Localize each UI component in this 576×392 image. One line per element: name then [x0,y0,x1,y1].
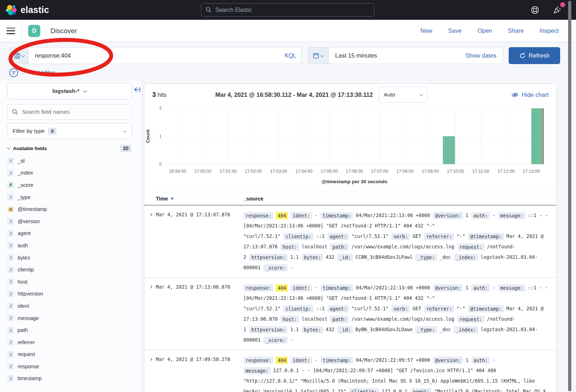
field-item[interactable]: t ident [7,300,131,312]
collapse-sidebar-button[interactable] [133,86,141,95]
field-value: - [315,285,318,290]
field-type-icon: # [7,181,14,188]
field-key-badge: clientip: [283,305,313,312]
field-item[interactable]: t timestamp [7,373,131,385]
save-query-icon [14,53,20,59]
hits-label: hits [157,92,166,98]
open-button[interactable]: Open [477,27,492,34]
notification-dot [560,2,565,7]
field-key-badge: _index: [454,254,478,261]
chevron-down-icon [320,53,324,57]
elastic-logo[interactable]: elastic [5,5,49,15]
field-key-badge: bytes: [302,254,323,261]
show-dates-button[interactable]: Show dates [465,52,496,59]
index-pattern-select[interactable]: logstash-* [7,83,132,99]
field-name: bytes [18,255,30,261]
field-value: 127.0.0.1 [382,389,407,392]
refresh-button[interactable]: Refresh [509,47,560,64]
field-value: /var/www/example.com/logs/access.log [351,244,454,249]
field-key-badge: _score: [264,337,288,344]
svg-text:17:03:00: 17:03:00 [270,169,287,174]
svg-text:0: 0 [159,162,162,167]
search-fields-input[interactable]: Search field names [7,104,132,120]
svg-text:17:02:00: 17:02:00 [245,169,262,174]
field-item[interactable]: t _type [7,191,131,203]
field-key-badge: _type: [415,254,437,261]
field-item[interactable]: t _id [7,155,131,167]
page-title: Discover [50,27,77,35]
vertical-scrollbar[interactable] [568,1,571,391]
hits-count: 3 hits [152,91,215,99]
field-item[interactable]: ▦ @timestamp [7,203,131,215]
field-type-icon: t [7,254,14,261]
expand-row-icon[interactable]: › [147,355,156,392]
hide-chart-button[interactable]: Hide chart [512,91,549,98]
svg-text:17:10:00: 17:10:00 [447,169,464,174]
filter-icon[interactable] [9,68,18,77]
index-pattern-label: logstash-* [53,88,80,94]
add-filter-button[interactable]: + Add filter [28,69,55,76]
field-item[interactable]: t path [7,324,131,336]
field-key-badge: ident: [291,357,312,364]
field-item[interactable]: t @version [7,215,131,227]
quick-select-menu-button[interactable] [308,48,329,64]
field-name: httpversion [18,291,43,297]
field-item[interactable]: t referrer [7,336,131,348]
field-key-badge: agent: [410,388,432,392]
svg-text:17:06:00: 17:06:00 [346,169,363,174]
field-value: 1 [465,357,468,363]
field-value: 127.0.0.1 - - [04/Mar/2021:22:09:57 +000… [243,368,535,392]
field-item[interactable]: t bytes [7,252,131,264]
field-item[interactable]: t httpversion [7,288,131,300]
field-item[interactable]: t message [7,312,131,324]
field-type-icon: t [7,327,14,334]
query-language-button[interactable]: KQL [285,53,296,59]
doc-source: response:404ident:-timestamp:04/Mar/2021… [243,210,553,273]
discover-app-icon[interactable]: D [28,25,40,37]
table-row: › Mar 4, 2021 @ 17:13:06.870 response:40… [144,278,557,350]
menu-icon[interactable] [6,28,15,34]
field-name: ident [18,303,29,309]
saved-query-menu-button[interactable] [10,47,28,64]
field-type-icon: t [7,157,14,164]
time-range-button[interactable]: Last 15 minutes [335,52,465,59]
time-column-header[interactable]: Time ▼ [156,196,243,202]
doc-timestamp: Mar 4, 2021 @ 17:13:07.876 [156,210,243,273]
field-name: timestamp [18,375,42,381]
inspect-button[interactable]: Inspect [540,27,559,34]
field-item[interactable]: t _index [7,167,131,179]
field-name: response [18,364,39,369]
doc-timestamp: Mar 4, 2021 @ 17:09:58.278 [156,355,243,392]
filter-by-type-select[interactable]: Filter by type 0 [7,123,132,139]
field-name: clientip [18,267,34,272]
expand-row-icon[interactable]: › [147,283,156,345]
field-item[interactable]: t response [7,360,131,373]
interval-select[interactable]: Auto [379,87,428,103]
expand-row-icon[interactable]: › [147,210,156,273]
save-button[interactable]: Save [448,27,462,34]
global-search-input[interactable]: Search Elastic [201,3,374,17]
chevron-down-icon [6,145,10,149]
svg-text:17:13:00: 17:13:00 [523,169,540,174]
new-button[interactable]: New [420,27,432,34]
hide-chart-label: Hide chart [522,91,549,98]
available-fields-accordion[interactable]: Available fields 20 [7,145,131,152]
help-icon[interactable] [531,6,539,14]
query-input[interactable]: response:404 KQL [28,47,302,64]
discover-screen: elastic Search Elastic [0,0,576,392]
field-key-badge: referrer: [424,233,454,240]
documents-table: › Mar 4, 2021 @ 17:13:07.876 response:40… [144,206,557,392]
field-item[interactable]: t auth [7,239,131,252]
field-item[interactable]: t request [7,348,131,361]
field-item[interactable]: t agent [7,227,131,240]
field-key-badge: path: [330,243,349,251]
field-key-badge: httpversion: [249,326,288,333]
field-item[interactable]: t clientip [7,263,131,276]
field-item[interactable]: t host [7,276,131,288]
field-key-badge: _score: [264,264,288,271]
table-row: › Mar 4, 2021 @ 17:13:07.876 response:40… [144,206,557,278]
field-key-badge: auth: [471,212,490,219]
share-button[interactable]: Share [508,27,524,34]
field-type-icon: t [7,315,14,321]
field-item[interactable]: # _score [7,179,131,191]
